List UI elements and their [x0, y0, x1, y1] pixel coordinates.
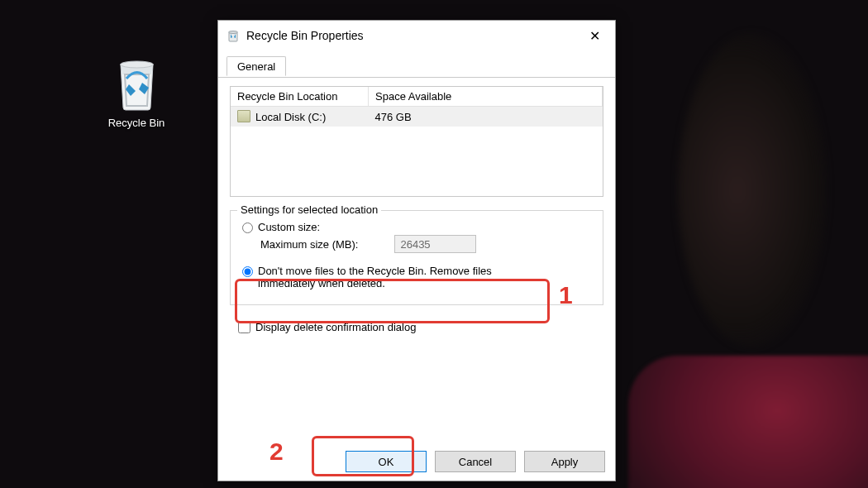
recycle-bin-icon [227, 29, 240, 42]
apply-button[interactable]: Apply [524, 451, 605, 472]
tab-row: General [218, 55, 615, 78]
dialog-title: Recycle Bin Properties [246, 29, 364, 42]
radio-dont-move-label: Don't move files to the Recycle Bin. Rem… [258, 265, 531, 289]
close-button[interactable]: ✕ [580, 28, 608, 44]
tab-general[interactable]: General [227, 56, 286, 76]
recycle-bin-desktop-icon[interactable]: Recycle Bin [99, 58, 174, 129]
radio-custom-size-label: Custom size: [258, 221, 320, 233]
settings-legend: Settings for selected location [237, 203, 381, 216]
max-size-input[interactable] [394, 235, 476, 253]
disk-space: 476 GB [369, 107, 603, 127]
recycle-bin-label: Recycle Bin [99, 117, 174, 129]
radio-dont-move[interactable] [242, 266, 253, 277]
checkbox-display-confirmation[interactable] [238, 321, 250, 333]
svg-point-2 [229, 31, 238, 34]
dialog-titlebar[interactable]: Recycle Bin Properties ✕ [218, 21, 615, 50]
svg-point-0 [120, 61, 153, 68]
disk-icon [237, 110, 250, 122]
disk-name: Local Disk (C:) [255, 111, 326, 123]
ok-button[interactable]: OK [346, 451, 427, 472]
properties-dialog: Recycle Bin Properties ✕ General Recycle… [217, 20, 616, 481]
desktop-background: Recycle Bin Recycle Bin Properties ✕ Gen… [0, 0, 868, 488]
table-row[interactable]: Local Disk (C:) 476 GB [231, 107, 603, 127]
annotation-number-2: 2 [269, 438, 284, 466]
col-space-available[interactable]: Space Available [369, 87, 603, 107]
col-recycle-bin-location[interactable]: Recycle Bin Location [231, 87, 369, 107]
dialog-button-row: OK Cancel Apply [346, 451, 605, 472]
cancel-button[interactable]: Cancel [435, 451, 516, 472]
checkbox-display-confirmation-label: Display delete confirmation dialog [255, 321, 416, 333]
settings-groupbox: Settings for selected location Custom si… [230, 210, 603, 305]
radio-custom-size[interactable] [242, 222, 253, 233]
annotation-number-1: 1 [559, 281, 573, 309]
max-size-label: Maximum size (MB): [260, 238, 358, 251]
location-table[interactable]: Recycle Bin Location Space Available Loc… [230, 86, 603, 197]
recycle-bin-icon [114, 58, 160, 112]
